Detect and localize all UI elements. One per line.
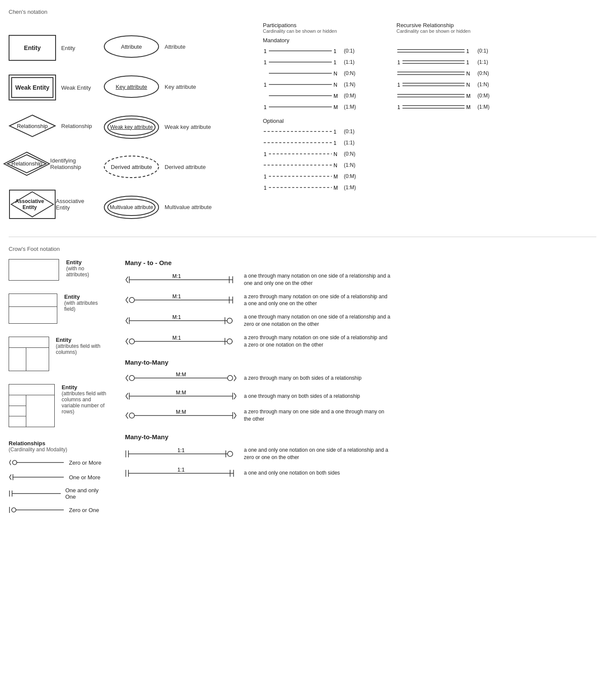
attribute-name: Attribute	[165, 44, 185, 50]
rec-label-1m: (1:M)	[477, 104, 490, 110]
rec-line-01-svg: 1	[396, 46, 474, 56]
crows-left-col: Entity (with no attributes) Entity (with…	[9, 259, 108, 520]
svg-point-112	[228, 375, 233, 381]
key-attribute-symbol-row: Key attribute Key attribute	[103, 75, 250, 99]
svg-text:1: 1	[334, 48, 337, 54]
mm-row-3-desc: a zero through many on one side and a on…	[244, 408, 390, 423]
svg-line-64	[9, 460, 11, 462]
svg-line-111	[234, 378, 236, 381]
svg-line-65	[9, 462, 11, 465]
svg-line-126	[234, 412, 236, 416]
svg-line-122	[126, 412, 128, 416]
chens-section: Chen's notation Entity Entity Weak Entit…	[9, 9, 596, 219]
rec-label-01: (0:1)	[477, 48, 488, 54]
mm-row-1-desc: a zero through many on both sides of a r…	[244, 375, 362, 382]
cf-entity-cols-name: Entity	[56, 337, 108, 343]
svg-text:1: 1	[397, 104, 400, 110]
mm-row-3-svg: M:M	[125, 409, 237, 422]
part-line-1n-svg: 1 N	[263, 80, 340, 89]
rec-line-1m: 1 M (1:M)	[396, 102, 504, 112]
11-row-1-svg: 1:1	[125, 448, 237, 460]
identifying-relationship-shape: Relationship	[9, 152, 45, 175]
recursive-subtitle: Cardinality can be shown or hidden	[396, 28, 504, 34]
cf-entity-attrs-sub: (with attributes field)	[64, 300, 108, 312]
svg-text:N: N	[334, 162, 337, 169]
identifying-relationship-name: Identifying Relationship	[50, 157, 95, 170]
svg-text:N: N	[466, 82, 470, 88]
entity-name: Entity	[61, 45, 75, 51]
derived-attribute-shape-label: Derived attribute	[111, 164, 152, 170]
svg-point-134	[228, 451, 233, 456]
svg-line-78	[126, 277, 128, 280]
svg-line-68	[9, 475, 11, 477]
svg-line-85	[126, 297, 128, 300]
opt-line-0n: 1 N (0:N)	[263, 149, 384, 159]
opt-line-01-svg: 1	[263, 127, 340, 136]
svg-text:1: 1	[264, 151, 267, 157]
key-attribute-name: Key attribute	[165, 84, 196, 90]
cf-entity-cols-row: Entity (attributes field with columns)	[9, 337, 108, 371]
rec-line-0n: N (0:N)	[396, 69, 504, 78]
m1-row-3-svg: M:1	[125, 315, 237, 327]
derived-attribute-symbol-row: Derived attribute Derived attribute	[103, 155, 250, 179]
weak-entity-symbol-row: Weak Entity Weak Entity	[9, 75, 95, 100]
opt-label-1m: (1:M)	[344, 184, 356, 191]
svg-text:M:1: M:1	[172, 294, 181, 300]
svg-line-123	[126, 416, 128, 419]
crows-legend: Relationships (Cardinality and Modality)…	[9, 440, 108, 515]
opt-line-1n: N (1:N)	[263, 160, 384, 170]
part-line-1m-svg: 1 M	[263, 102, 340, 112]
svg-line-114	[126, 393, 128, 396]
svg-text:N: N	[334, 151, 337, 157]
legend-one-or-more-svg	[9, 472, 65, 482]
svg-text:M:1: M:1	[172, 335, 181, 341]
svg-text:M: M	[334, 104, 338, 110]
attribute-shape: Attribute	[103, 35, 159, 59]
identifying-relationship-symbol-row: Relationship Identifying Relationship	[9, 152, 95, 175]
svg-text:1: 1	[264, 185, 267, 191]
rec-line-0m-svg: M	[396, 91, 474, 100]
svg-text:M: M	[466, 104, 471, 110]
relationship-symbol-row: Relationship Relationship	[9, 114, 95, 138]
m1-row-2-svg: M:1	[125, 294, 237, 306]
svg-text:1: 1	[466, 59, 469, 66]
crows-title: Crow's Foot notation	[9, 246, 596, 252]
svg-line-110	[234, 375, 236, 378]
weak-key-attribute-symbol-row: Weak key attribute Weak key attribute	[103, 115, 250, 139]
legend-zero-or-one-label: Zero or One	[69, 507, 99, 513]
svg-text:M: M	[334, 93, 338, 99]
opt-line-1m: 1 M (1:M)	[263, 183, 384, 192]
participations-header: Participations Cardinality can be shown …	[263, 22, 384, 34]
cf-entity-attrs-desc: Entity (with attributes field)	[64, 294, 108, 312]
cf-entity-simple-desc: Entity (with no attributes)	[66, 259, 108, 278]
svg-line-115	[126, 396, 128, 399]
mm-row-2-desc: a one through many on both sides of a re…	[244, 393, 360, 400]
associative-entity-text: AssociativeEntity	[9, 189, 51, 219]
entity-symbol-row: Entity Entity	[9, 35, 95, 61]
m1-row-4-svg: M:1	[125, 335, 237, 347]
part-label-0n: (0:N)	[344, 70, 356, 76]
many-to-many-title: Many-to-Many	[125, 359, 596, 366]
opt-line-1n-svg: N	[263, 160, 340, 170]
derived-attribute-name: Derived attribute	[165, 164, 206, 170]
svg-text:N: N	[334, 71, 337, 77]
crows-legend-title: Relationships	[9, 440, 108, 447]
svg-text:1: 1	[466, 48, 469, 54]
svg-point-97	[227, 318, 232, 323]
part-line-0n-svg: N	[263, 69, 340, 78]
key-attribute-shape-label: Key attribute	[116, 84, 147, 90]
opt-label-1n: (1:N)	[344, 162, 356, 168]
svg-point-87	[129, 297, 134, 303]
svg-line-119	[234, 396, 236, 399]
opt-line-0n-svg: 1 N	[263, 149, 340, 159]
recursive-title: Recursive Relationship	[396, 22, 504, 28]
11-row-1-desc: a one and only one notation on one side …	[244, 447, 390, 461]
cf-entity-simple-sub: (with no attributes)	[66, 266, 108, 278]
mm-row-1: M:M a zero through many on both sides of…	[125, 372, 596, 384]
mm-row-2-svg: M:M	[125, 390, 237, 402]
rec-line-11-svg: 1 1	[396, 57, 474, 67]
11-row-2: 1:1 a one and only one notation on both …	[125, 467, 596, 479]
svg-line-127	[234, 416, 236, 419]
cf-entity-attrs-name: Entity	[64, 294, 108, 300]
associative-entity-symbol-row: AssociativeEntity Associative Entity	[9, 189, 95, 219]
